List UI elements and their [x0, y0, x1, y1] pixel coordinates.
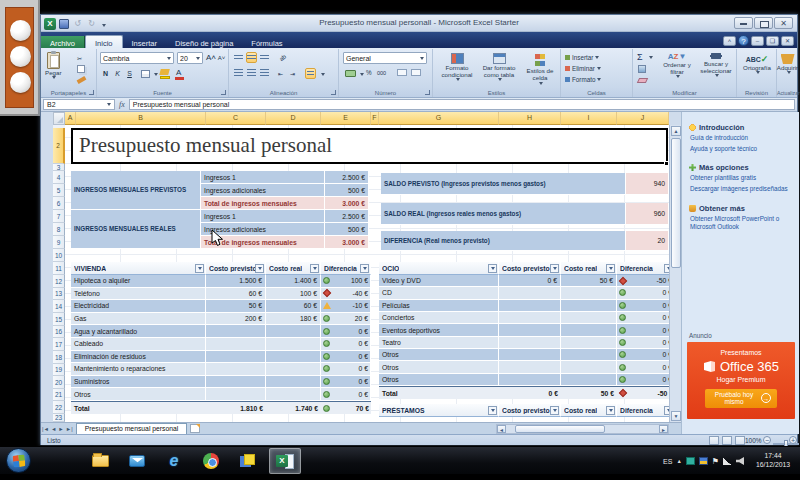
scroll-left-icon[interactable]: ◄	[497, 425, 506, 433]
clear-icon[interactable]	[637, 78, 648, 83]
ocio-previsto-cell[interactable]	[499, 324, 561, 336]
number-dialog-launcher[interactable]	[425, 90, 430, 95]
ocio-header-2[interactable]: Costo real	[561, 262, 617, 275]
row-header-16[interactable]: 16	[53, 326, 65, 338]
row-header-13[interactable]: 13	[53, 288, 65, 300]
sheet-title-cell[interactable]: Presupuesto mensual personal	[71, 128, 668, 164]
ocio-total-dif-cell[interactable]: -50 €	[617, 386, 669, 399]
ocio-previsto-cell[interactable]	[499, 337, 561, 349]
sheet-tab[interactable]: Presupuesto mensual personal	[76, 423, 188, 434]
ocio-dif-cell[interactable]: 0 €	[617, 324, 669, 336]
font-dialog-launcher[interactable]	[221, 90, 226, 95]
vivienda-header-3[interactable]: Diferencia	[321, 262, 371, 275]
summary-label-cell[interactable]: DIFERENCIA (Real menos previsto)	[381, 231, 626, 251]
ocio-real-cell[interactable]	[561, 337, 617, 349]
font-color-icon[interactable]: A	[176, 68, 181, 77]
summary-value-cell[interactable]: 20	[626, 231, 669, 251]
insert-function-icon[interactable]: fx	[119, 100, 125, 109]
ocio-dif-cell[interactable]: -50 €	[617, 275, 669, 287]
ocio-name-cell[interactable]: Video y DVD	[379, 275, 499, 287]
format-as-table-button[interactable]: Dar formato como tabla	[479, 53, 519, 81]
ocio-previsto-cell[interactable]: 0 €	[499, 275, 561, 287]
prestamos-header-3[interactable]: Diferencia	[617, 404, 669, 417]
vivienda-dif-cell[interactable]: 0 €	[321, 325, 371, 338]
last-sheet-icon[interactable]: ►|	[66, 426, 73, 432]
vivienda-name-cell[interactable]: Hipoteca o alquiler	[71, 275, 206, 288]
increase-indent-icon[interactable]: ⇥	[287, 68, 298, 79]
summary-value-cell[interactable]: 960	[626, 203, 669, 225]
normal-view-icon[interactable]	[709, 436, 719, 445]
vivienda-previsto-cell[interactable]	[206, 338, 266, 351]
increase-decimal-icon[interactable]	[397, 69, 407, 76]
book-restore-button[interactable]: ❏	[766, 36, 779, 46]
filter-dropdown-icon[interactable]	[255, 264, 264, 273]
ocio-previsto-cell[interactable]	[499, 349, 561, 361]
vivienda-total-name-cell[interactable]: Total	[71, 401, 206, 414]
number-format-select[interactable]: General	[343, 52, 427, 64]
income-section-label[interactable]: INGRESOS MENSUALES REALES	[71, 210, 201, 249]
ad-try-button[interactable]: Pruébalo hoy mismo →	[705, 389, 777, 408]
income-value-cell[interactable]: 500 €	[325, 223, 369, 236]
ocio-name-cell[interactable]: CD	[379, 287, 499, 299]
filter-dropdown-icon[interactable]	[606, 406, 615, 415]
scroll-up-icon[interactable]: ▲	[671, 126, 681, 136]
column-header-i[interactable]: I	[561, 112, 617, 125]
prestamos-header-title[interactable]: PRÉSTAMOS	[379, 404, 499, 417]
ocio-real-cell[interactable]	[561, 324, 617, 336]
page-break-view-icon[interactable]	[735, 436, 745, 445]
column-header-b[interactable]: B	[76, 112, 206, 125]
close-button[interactable]	[774, 17, 793, 29]
vivienda-dif-cell[interactable]: 20 €	[321, 313, 371, 326]
vivienda-previsto-cell[interactable]	[206, 351, 266, 364]
vivienda-previsto-cell[interactable]	[206, 388, 266, 401]
widget-circle[interactable]	[10, 20, 31, 41]
income-item-cell[interactable]: Ingresos 1	[201, 210, 325, 223]
book-minimize-button[interactable]: –	[751, 36, 764, 46]
vivienda-name-cell[interactable]: Mantenimiento o reparaciones	[71, 363, 206, 376]
ocio-dif-cell[interactable]: 0 €	[617, 287, 669, 299]
vivienda-real-cell[interactable]	[266, 325, 321, 338]
vivienda-total-real-cell[interactable]: 1.740 €	[266, 401, 321, 414]
vivienda-name-cell[interactable]: Eliminación de residuos	[71, 351, 206, 364]
zoom-in-icon[interactable]: +	[789, 436, 797, 444]
vivienda-dif-cell[interactable]: 0 €	[321, 338, 371, 351]
row-header-2[interactable]: 2	[53, 128, 65, 164]
row-header-23[interactable]: 23	[53, 414, 65, 422]
row-header-15[interactable]: 15	[53, 313, 65, 326]
ocio-dif-cell[interactable]: 0 €	[617, 312, 669, 324]
fill-color-icon[interactable]	[159, 69, 170, 75]
conditional-format-button[interactable]: Formato condicional	[435, 53, 479, 81]
row-header-5[interactable]: 5	[53, 184, 65, 197]
filter-dropdown-icon[interactable]	[606, 264, 615, 273]
formula-input[interactable]: Presupuesto mensual personal	[129, 99, 795, 110]
cell-styles-button[interactable]: Estilos de celda	[521, 53, 559, 85]
spelling-button[interactable]: ABC Ortografía	[739, 54, 775, 74]
zoom-out-icon[interactable]: −	[763, 436, 771, 444]
vivienda-name-cell[interactable]: Teléfono	[71, 288, 206, 301]
column-header-a[interactable]: A	[65, 112, 76, 125]
row-header-18[interactable]: 18	[53, 351, 65, 364]
insert-cells-button[interactable]: Insertar	[565, 52, 599, 63]
ocio-previsto-cell[interactable]	[499, 300, 561, 312]
vivienda-previsto-cell[interactable]	[206, 376, 266, 389]
ocio-previsto-cell[interactable]	[499, 374, 561, 386]
select-all-corner[interactable]	[53, 112, 65, 125]
alignment-dialog-launcher[interactable]	[331, 90, 336, 95]
find-select-button[interactable]: Buscar y seleccionar	[697, 52, 735, 77]
ocio-real-cell[interactable]	[561, 374, 617, 386]
name-box[interactable]: B2	[43, 99, 115, 110]
first-sheet-icon[interactable]: |◄	[42, 426, 49, 432]
widget-circle[interactable]	[10, 46, 31, 67]
vivienda-header-title[interactable]: VIVIENDA	[71, 262, 206, 275]
row-header-9[interactable]: 9	[53, 236, 65, 249]
clock[interactable]: 17:44 16/12/2013	[748, 452, 798, 470]
row-header-7[interactable]: 7	[53, 210, 65, 223]
format-cells-button[interactable]: Formato	[565, 74, 601, 85]
ocio-real-cell[interactable]	[561, 361, 617, 373]
row-header-12[interactable]: 12	[53, 275, 65, 288]
income-value-cell[interactable]: 2.500 €	[325, 210, 369, 223]
ocio-real-cell[interactable]	[561, 287, 617, 299]
ocio-name-cell[interactable]: Películas	[379, 300, 499, 312]
sheet-grid[interactable]: Presupuesto mensual personal INGRESOS ME…	[65, 125, 669, 422]
vivienda-name-cell[interactable]: Agua y alcantarillado	[71, 325, 206, 338]
